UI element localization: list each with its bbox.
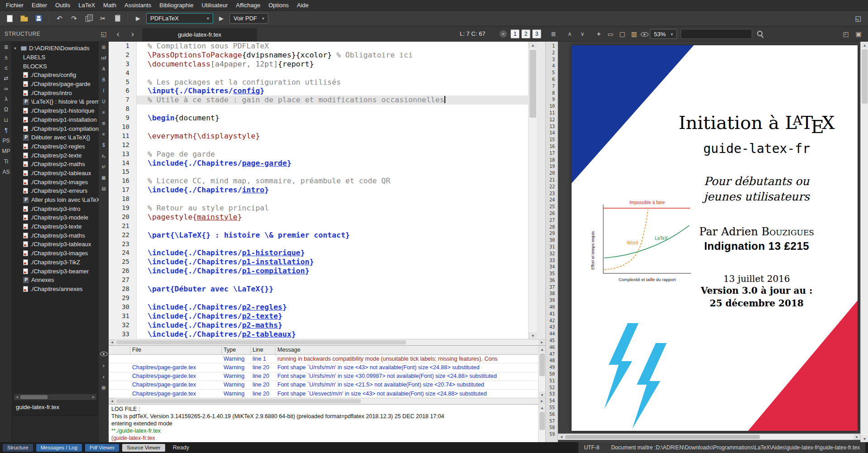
misc-math-symbols-button[interactable]: ∞ xyxy=(0,83,12,94)
code-text[interactable] xyxy=(137,167,537,176)
tree-item-12[interactable]: ./Chapitres/p2-texte xyxy=(12,151,99,160)
editor-tab[interactable]: guide-latex-fr.tex xyxy=(142,28,257,42)
block-list-icon[interactable]: ≣ xyxy=(548,26,558,42)
code-line-33[interactable]: 33\include{./Chapitres/p2-tableaux} xyxy=(109,330,537,339)
code-text[interactable]: \everymath{\displaystyle} xyxy=(137,132,537,141)
tikz-button[interactable]: Ti xyxy=(0,156,12,167)
label-button[interactable]: A xyxy=(99,63,109,74)
code-text[interactable]: \part{Débuter avec \LaTeX{}} xyxy=(137,285,537,294)
code-line-11[interactable]: 11\everymath{\displaystyle} xyxy=(109,132,537,141)
scroll-up-icon[interactable]: ▴ xyxy=(861,42,868,48)
code-text[interactable]: % Licence CC, mind map, sommaire, préamb… xyxy=(137,176,537,186)
status-tab-messages-log[interactable]: Messages / Log xyxy=(36,444,82,452)
bold-button[interactable]: B xyxy=(99,74,109,85)
scroll-left-icon[interactable]: ◂ xyxy=(14,394,20,400)
code-line-29[interactable]: 29 xyxy=(109,294,537,303)
misc-text-button[interactable]: ¶ xyxy=(0,125,12,135)
code-line-10[interactable]: 10 xyxy=(109,123,537,132)
scrollbar-thumb[interactable] xyxy=(529,50,536,118)
scroll-down-icon[interactable]: ∨ xyxy=(577,26,587,42)
maximize-view-icon[interactable]: ▣ xyxy=(854,26,863,42)
code-line-26[interactable]: 26\include{./Chapitres/p1-compilation} xyxy=(109,267,537,276)
code-line-18[interactable]: 18 xyxy=(109,195,537,204)
menu-options[interactable]: Options xyxy=(264,1,293,10)
undo-button[interactable]: ↶ xyxy=(53,13,66,24)
code-text[interactable]: \begin{document} xyxy=(137,114,537,123)
code-line-16[interactable]: 16% Licence CC, mind map, sommaire, préa… xyxy=(109,176,537,186)
tree-item-26[interactable]: PAnnexes xyxy=(12,276,99,285)
code-text[interactable] xyxy=(137,294,537,303)
scrollbar-thumb[interactable] xyxy=(116,399,361,403)
tabular-button[interactable]: ▤ xyxy=(99,183,109,194)
menu-fichier[interactable]: Fichier xyxy=(2,1,28,10)
scrollbar-thumb[interactable] xyxy=(20,395,48,399)
scroll-right-icon[interactable]: ▸ xyxy=(539,339,545,345)
pdf-continuous-icon[interactable]: ▥ xyxy=(629,26,639,42)
pdf-viewer[interactable]: Initiation à LATEX guide-latex-fr Pour d… xyxy=(558,42,868,442)
split-view-icon[interactable]: ◰ xyxy=(841,26,851,42)
tree-item-13[interactable]: ./Chapitres/p2-maths xyxy=(12,160,99,169)
superscript-button[interactable]: x² xyxy=(99,161,109,172)
align-right-button[interactable]: ≡ xyxy=(99,129,109,139)
toggle-view-icon[interactable] xyxy=(99,348,109,358)
status-tab-pdf-viewer[interactable]: Pdf Viewer xyxy=(85,444,119,452)
delimiters-button[interactable]: ⊔ xyxy=(0,114,12,125)
code-line-17[interactable]: 17\include{./Chapitres/intro} xyxy=(109,186,537,195)
code-line-6[interactable]: 6\input{./Chapitres/config} xyxy=(109,86,537,95)
view-mode-2-button[interactable]: 2 xyxy=(521,29,530,38)
pdf-fit-page-icon[interactable]: ▢ xyxy=(617,26,627,42)
tree-item-1[interactable]: LABELS xyxy=(12,53,99,62)
search-icon[interactable] xyxy=(757,30,764,38)
align-left-button[interactable]: ≡ xyxy=(99,107,109,118)
scroll-up-icon[interactable]: ▴ xyxy=(539,346,545,353)
code-line-12[interactable]: 12 xyxy=(109,141,537,150)
close-panel-icon[interactable]: ⊗ xyxy=(99,382,109,392)
code-line-23[interactable]: 23 xyxy=(109,240,537,249)
menu-aide[interactable]: Aide xyxy=(293,1,313,10)
code-line-22[interactable]: 22\part{\LaTeX{} : histoire \& premier c… xyxy=(109,231,537,240)
scroll-down-icon[interactable]: ▾ xyxy=(529,332,537,339)
menu-bibliographie[interactable]: Bibliographie xyxy=(155,1,197,10)
asymptote-button[interactable]: AS xyxy=(0,167,12,177)
menu-latex[interactable]: LaTeX xyxy=(74,1,99,10)
save-button[interactable] xyxy=(33,13,45,24)
code-text[interactable]: \pagestyle{mainstyle} xyxy=(137,213,537,222)
tree-item-9[interactable]: ./Chapitres/p1-compilation xyxy=(12,124,99,133)
pdf-pan-icon[interactable]: + xyxy=(594,26,604,42)
scroll-down-icon[interactable]: ▾ xyxy=(861,435,868,442)
view-mode-3-button[interactable]: 3 xyxy=(532,29,541,38)
code-line-19[interactable]: 19% Retour au style principal xyxy=(109,204,537,213)
code-line-9[interactable]: 9\begin{document} xyxy=(109,114,537,123)
tree-item-11[interactable]: ./Chapitres/p2-regles xyxy=(12,142,99,151)
code-text[interactable]: \include{./Chapitres/page-garde} xyxy=(137,159,537,168)
scroll-left-icon[interactable]: ◂ xyxy=(558,434,565,440)
tree-item-5[interactable]: ./Chapitres/intro xyxy=(12,88,99,97)
compiler-select[interactable]: PDFLaTeX ▾ xyxy=(146,13,213,24)
tree-item-24[interactable]: ./Chapitres/p3-TikZ xyxy=(12,258,99,267)
run-view-button[interactable]: ▶ xyxy=(215,13,227,24)
menu-outils[interactable]: Outils xyxy=(51,1,74,10)
status-tab-structure[interactable]: Structure xyxy=(3,444,33,452)
code-text[interactable]: \include{./Chapitres/p1-compilation} xyxy=(137,267,537,276)
cut-button[interactable]: ✂ xyxy=(97,13,109,24)
scrollbar-thumb[interactable] xyxy=(565,435,760,439)
code-line-27[interactable]: 27 xyxy=(109,276,537,285)
run-compile-button[interactable]: ▶ xyxy=(132,13,144,24)
inline-math-button[interactable]: $ xyxy=(99,139,109,150)
code-line-21[interactable]: 21 xyxy=(109,222,537,231)
expand-right-icon[interactable]: › xyxy=(99,360,109,370)
scroll-right-icon[interactable]: ▸ xyxy=(91,394,96,400)
tree-item-17[interactable]: PAller plus loin avec \LaTeX{} xyxy=(12,196,99,205)
scroll-up-icon[interactable]: ∧ xyxy=(565,26,575,42)
misc-symbols-button[interactable]: Ω xyxy=(0,104,12,114)
code-text[interactable]: \include{./Chapitres/p2-maths} xyxy=(137,321,537,330)
pdf-horizontal-scrollbar[interactable]: ◂ ▸ xyxy=(558,434,860,440)
code-text[interactable] xyxy=(137,240,537,249)
tree-item-14[interactable]: ./Chapitres/p2-tableaux xyxy=(12,169,99,178)
status-tab-source-viewer[interactable]: Source Viewer xyxy=(122,444,165,452)
code-line-8[interactable]: 8 xyxy=(109,105,537,114)
metapost-button[interactable]: MP xyxy=(0,146,12,156)
collapse-left-icon[interactable]: ‹ xyxy=(99,372,109,381)
tree-item-20[interactable]: ./Chapitres/p3-texte xyxy=(12,222,99,231)
menu-affichage[interactable]: Affichage xyxy=(232,1,264,10)
